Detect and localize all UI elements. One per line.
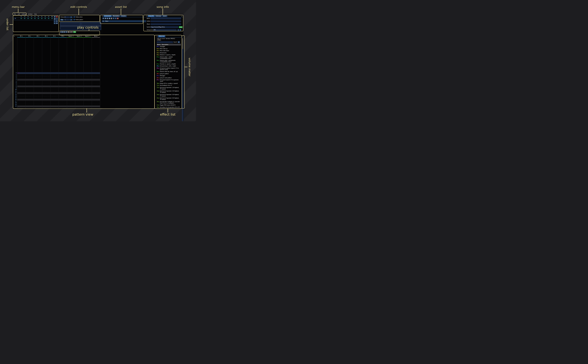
pattern-row[interactable]: 1 ......................................… <box>13 74 156 76</box>
effect-row[interactable]: 09xx Set groove pattern (speed 1 if no g… <box>157 67 181 70</box>
effect-row[interactable]: 19xx Set attack of all operators (0 to 1… <box>157 107 181 108</box>
menu-item-file[interactable]: file <box>14 13 16 15</box>
album-input[interactable] <box>151 23 181 25</box>
pattern-row[interactable]: 8 ......................................… <box>13 85 156 87</box>
record-button[interactable] <box>67 31 69 33</box>
move-up-button[interactable] <box>113 18 114 19</box>
cursor-follow-button[interactable] <box>56 22 58 24</box>
duplicate-button[interactable] <box>105 18 106 19</box>
order-row[interactable]: 0000000000000000000000 <box>13 18 54 19</box>
pattern-row[interactable]: 10 .....................................… <box>13 89 156 91</box>
effect-row[interactable]: 05xy Volume slide + vibrato (compatibili… <box>157 56 181 59</box>
effect-row[interactable]: 12xx Set level of operator 1 (0 highest,… <box>157 87 181 90</box>
order-cell[interactable]: 00 <box>26 18 30 19</box>
pattern-row[interactable]: 16 .....................................… <box>13 99 156 101</box>
tab-song-subsongs[interactable]: Subsongs <box>155 15 162 17</box>
duplicate-button[interactable] <box>54 18 56 20</box>
add-button[interactable] <box>54 16 56 18</box>
channel-header-FM-3[interactable]: FM 3 <box>34 35 42 37</box>
tab-asset-samples[interactable]: Samples <box>120 15 127 17</box>
pattern-row[interactable]: 18 .....................................… <box>13 102 156 104</box>
step-plus-button[interactable]: + <box>71 19 72 21</box>
step-label[interactable]: Step <box>60 19 64 21</box>
channel-header-FM-2[interactable]: FM 2 <box>26 35 34 37</box>
pattern-row[interactable]: 20 .....................................… <box>13 105 156 107</box>
tuning-input[interactable]: 440 <box>153 29 177 31</box>
effect-row[interactable]: 07xy Tremolo (x: speed; y: depth) <box>157 63 181 65</box>
channel-header-FM-1[interactable]: FM 1 <box>17 35 26 37</box>
step-input[interactable]: 1 <box>64 19 69 21</box>
channel-header-Square-2[interactable]: Square 2 <box>75 35 83 37</box>
effect-row[interactable]: 06xy Volume slide + portamento (compatib… <box>157 60 181 63</box>
add-button[interactable] <box>102 18 104 19</box>
tab-effect-list[interactable]: Effect List <box>158 35 165 37</box>
octave-minus-button[interactable]: - <box>70 16 71 18</box>
pattern-row[interactable]: 2 ......................................… <box>13 76 156 77</box>
effect-row[interactable]: 04xy Vibrato (x: speed; y: depth) <box>157 54 181 56</box>
effect-row[interactable]: 02xx Pitch slide down <box>157 50 181 52</box>
search-menu-button[interactable]: ≡ <box>178 41 180 43</box>
pattern-row[interactable]: 11 .....................................… <box>13 91 156 92</box>
effect-row[interactable]: 03xx Portamento <box>157 52 181 54</box>
effect-row[interactable]: 16xy Set operator multiplier (x: operato… <box>157 101 181 104</box>
menu-item-window[interactable]: window <box>28 13 32 15</box>
channel-header-FM-6[interactable]: FM 6 <box>59 35 67 37</box>
pattern-row[interactable]: 14 .....................................… <box>13 96 156 97</box>
move-down-button[interactable] <box>115 18 117 19</box>
menu-item-settings[interactable]: settings <box>22 13 26 15</box>
open-button[interactable] <box>106 18 108 19</box>
effect-row[interactable]: 15xx Set level of operator 4 (0 highest,… <box>157 98 181 100</box>
checkbox-follow-orders[interactable]: ✓ <box>73 16 75 18</box>
name-input[interactable] <box>151 18 181 20</box>
toggle-folders-button[interactable] <box>111 18 112 19</box>
close-icon[interactable] <box>181 36 183 37</box>
metronome-button[interactable] <box>69 31 71 33</box>
play-button[interactable] <box>60 31 62 33</box>
auto-system-button[interactable]: Auto <box>179 26 183 28</box>
effect-row[interactable]: 0Bxx Jump to pattern <box>157 73 181 74</box>
effect-row[interactable]: 17xx Toggle PCM mode (LEGACY) <box>157 104 181 106</box>
effect-row[interactable]: 0Dxx Jump to next pattern <box>157 77 181 79</box>
channel-header-Square-3[interactable]: Square 3 <box>84 35 92 37</box>
delete-button[interactable] <box>117 18 119 19</box>
effect-row[interactable]: 11xx Set feedback (0 to 7) <box>157 85 181 86</box>
tab-song-song-info[interactable]: Song Info <box>148 15 155 17</box>
effect-row[interactable]: 01xx Pitch slide up <box>157 48 181 50</box>
pattern-row[interactable]: 0 ......................................… <box>13 72 156 74</box>
channel-header-Square-1[interactable]: Square 1 <box>67 35 75 37</box>
octave-input[interactable]: 3 <box>64 16 69 18</box>
repeat-pattern-button[interactable] <box>71 31 73 33</box>
octave-plus-button[interactable]: + <box>71 16 72 18</box>
collapse-icon[interactable]: ▼ <box>102 15 103 17</box>
effect-row[interactable]: 10xy Setup LFO (x: enable; y: speed) <box>157 83 181 84</box>
move-down-button[interactable] <box>54 20 56 22</box>
tuning-minus-button[interactable]: - <box>178 29 179 31</box>
pattern-row[interactable]: 7 ......................................… <box>13 84 156 86</box>
system-input[interactable]: Sega Genesis/Mega Drive <box>151 26 178 28</box>
checkbox-follow-pattern[interactable]: ✓ <box>73 19 75 20</box>
channel-header-Noise[interactable]: Noise <box>92 35 100 37</box>
menu-item-edit[interactable]: edit <box>18 13 20 15</box>
order-row-number[interactable]: 00 <box>13 18 17 19</box>
step-minus-button[interactable]: - <box>70 19 71 21</box>
effect-row[interactable]: 08xy Set panning (x: left; y: right) <box>157 65 181 67</box>
move-bottom-button[interactable] <box>56 20 58 22</box>
step-down-button[interactable] <box>66 31 67 33</box>
order-cell[interactable]: 00 <box>23 18 26 19</box>
close-icon[interactable] <box>181 16 182 17</box>
effect-row[interactable]: 0Cxx Retrigger <box>157 75 181 77</box>
menu-item-help[interactable]: help <box>34 13 37 15</box>
tab-song-speed[interactable]: Speed <box>162 15 167 17</box>
play-pattern-button[interactable] <box>62 31 64 33</box>
effect-row[interactable]: 14xx Set level of operator 3 (0 highest,… <box>157 94 181 97</box>
move-up-button[interactable] <box>56 18 58 20</box>
pattern-row[interactable]: 12 .....................................… <box>13 92 156 94</box>
pattern-row[interactable]: 19 .....................................… <box>13 104 156 106</box>
tab-asset-wavetables[interactable]: Wavetables <box>112 15 120 17</box>
pattern-corner[interactable]: ++ <box>13 36 15 37</box>
pattern-row[interactable]: 6 ......................................… <box>13 82 156 84</box>
collapse-icon[interactable]: ▼ <box>157 35 158 37</box>
pattern-row[interactable]: 17 .....................................… <box>13 101 156 102</box>
poly-button[interactable]: Poly <box>73 31 76 33</box>
order-cell[interactable]: 00 <box>40 18 44 19</box>
